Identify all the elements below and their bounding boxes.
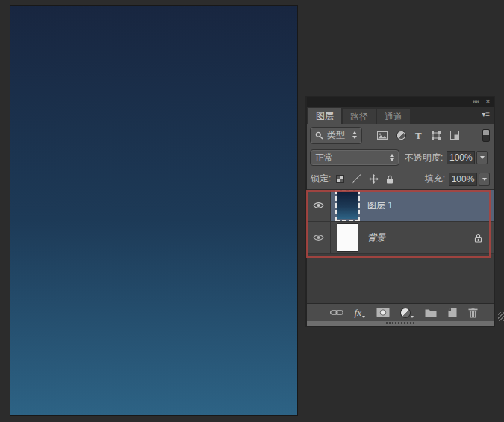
filter-kind-dropdown[interactable]: 类型 [311, 128, 361, 143]
link-layers-icon[interactable] [330, 309, 343, 316]
new-adjustment-layer-icon[interactable] [401, 308, 414, 317]
layer-name[interactable]: 背景 [367, 232, 385, 244]
layers-panel: «« × 图层 路径 通道 ▾≡ 类型 T [305, 96, 495, 327]
fill-dropdown-button[interactable] [479, 173, 490, 186]
opacity-label: 不透明度: [405, 152, 443, 164]
eye-icon [313, 202, 324, 209]
search-icon [315, 131, 323, 140]
type-layer-filter-icon[interactable]: T [415, 131, 422, 140]
layer-filter-row: 类型 T [307, 124, 494, 146]
lock-buttons [336, 174, 393, 184]
eye-icon [313, 234, 324, 241]
shape-layer-filter-icon[interactable] [432, 131, 441, 140]
panel-titlebar: «« × [307, 97, 494, 107]
new-layer-icon[interactable] [448, 308, 457, 317]
smart-object-filter-icon[interactable] [450, 131, 459, 140]
visibility-toggle[interactable] [307, 222, 331, 253]
lock-transparent-pixels-icon[interactable] [336, 175, 344, 183]
blend-mode-value: 正常 [315, 152, 333, 164]
layers-panel-toolbar: fx [307, 303, 494, 321]
new-group-folder-icon[interactable] [425, 308, 437, 317]
collapse-panel-icon[interactable]: «« [473, 99, 479, 105]
lock-label: 锁定: [311, 173, 331, 185]
pixel-layer-filter-icon[interactable] [377, 131, 388, 140]
filter-type-buttons: T [377, 131, 459, 140]
layer-name[interactable]: 图层 1 [367, 199, 393, 212]
lock-image-pixels-brush-icon[interactable] [352, 174, 361, 184]
layer-thumbnail[interactable] [337, 192, 358, 219]
fill-label: 填充: [425, 173, 445, 185]
adjustment-circle-icon [401, 308, 410, 317]
panel-menu-icon[interactable]: ▾≡ [482, 110, 490, 118]
document-canvas[interactable] [10, 6, 297, 415]
tab-channels-label: 通道 [385, 111, 402, 123]
tab-channels[interactable]: 通道 [377, 109, 410, 124]
fx-menu-arrow-icon [362, 316, 365, 318]
opacity-dropdown-button[interactable] [476, 151, 488, 164]
panel-tab-bar: 图层 路径 通道 ▾≡ [307, 107, 494, 124]
layer-row-body[interactable]: 图层 1 [331, 190, 494, 221]
layer-row-background[interactable]: 背景 [307, 222, 494, 254]
fx-label: fx [355, 308, 361, 317]
layers-list: 图层 1 背景 [307, 189, 494, 303]
panel-resize-grip-icon[interactable] [498, 312, 504, 321]
layer-row-body[interactable]: 背景 [331, 222, 494, 253]
lock-row: 锁定: 填充: 100% [307, 169, 494, 189]
panel-bottom-resize-bar[interactable] [307, 321, 494, 326]
tab-paths-label: 路径 [350, 111, 368, 123]
opacity-value-field[interactable]: 100% [447, 151, 475, 164]
layer-styles-fx-icon[interactable]: fx [355, 308, 365, 317]
tab-layers-label: 图层 [316, 110, 334, 122]
blend-mode-dropdown[interactable]: 正常 [311, 150, 399, 165]
tab-paths[interactable]: 路径 [343, 109, 376, 124]
layer-thumbnail[interactable] [337, 224, 358, 251]
layer-filtering-toggle[interactable] [482, 129, 490, 142]
layer-row-layer1[interactable]: 图层 1 [307, 190, 494, 222]
adjustment-menu-arrow-icon [411, 316, 414, 318]
close-panel-icon[interactable]: × [486, 99, 489, 105]
blend-mode-row: 正常 不透明度: 100% [307, 146, 494, 169]
background-lock-icon [474, 233, 482, 243]
dropdown-spinner-icon [390, 154, 394, 161]
filter-kind-label: 类型 [327, 129, 345, 142]
add-layer-mask-icon[interactable] [376, 308, 390, 317]
lock-position-move-icon[interactable] [369, 174, 379, 184]
dropdown-spinner-icon [352, 131, 357, 139]
adjustment-layer-filter-icon[interactable] [397, 131, 405, 140]
delete-layer-trash-icon[interactable] [468, 308, 478, 318]
drag-handle-dots-icon [386, 322, 414, 324]
lock-all-icon[interactable] [386, 175, 393, 184]
visibility-toggle[interactable] [307, 190, 331, 221]
tab-layers[interactable]: 图层 [308, 108, 341, 124]
fill-value-field[interactable]: 100% [449, 173, 477, 186]
